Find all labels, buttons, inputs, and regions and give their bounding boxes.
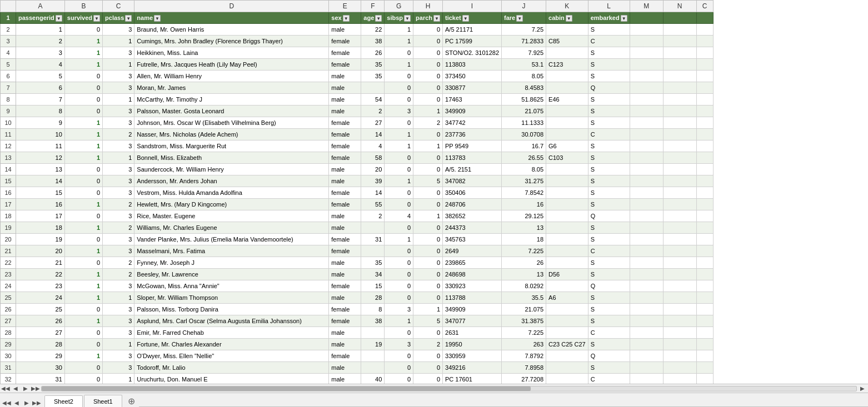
- cell-fare[interactable]: 8.0292: [502, 280, 546, 292]
- cell-pclass[interactable]: 3: [103, 234, 134, 245]
- table-row[interactable]: 9803Palsson, Master. Gosta Leonardmale23…: [1, 105, 714, 117]
- cell-cabin[interactable]: [546, 327, 588, 339]
- cell-name[interactable]: Nasser, Mrs. Nicholas (Adele Achem): [134, 129, 329, 140]
- table-row[interactable]: 302913O'Dwyer, Miss. Ellen "Nellie"femal…: [1, 350, 714, 362]
- cell-pclass[interactable]: 3: [103, 362, 134, 374]
- cell-parch[interactable]: 0: [413, 269, 443, 280]
- cell-fare[interactable]: 26: [502, 257, 546, 269]
- cell-survived[interactable]: 1: [64, 280, 102, 292]
- cell-embarked[interactable]: Q: [588, 280, 630, 292]
- cell-survived[interactable]: 1: [64, 47, 102, 59]
- cell-ticket[interactable]: 17463: [443, 94, 502, 105]
- cell-name[interactable]: O'Dwyer, Miss. Ellen "Nellie": [134, 350, 329, 362]
- cell-parch[interactable]: 1: [413, 304, 443, 315]
- cell-pclass[interactable]: 1: [103, 94, 134, 105]
- cell-sibsp[interactable]: 0: [385, 199, 413, 210]
- scroll-left-start[interactable]: ◀◀: [1, 384, 10, 393]
- cell-parch[interactable]: 2: [413, 117, 443, 129]
- cell-pclass[interactable]: 3: [103, 187, 134, 199]
- cell-fare[interactable]: 53.1: [502, 59, 546, 71]
- cell-age[interactable]: 35: [361, 71, 385, 82]
- cell-survived[interactable]: 1: [64, 140, 102, 152]
- cell-survived[interactable]: 1: [64, 36, 102, 47]
- cell-passengerid[interactable]: 20: [16, 245, 65, 257]
- cell-passengerid[interactable]: 15: [16, 187, 65, 199]
- cell-cabin[interactable]: [546, 199, 588, 210]
- cell-parch[interactable]: 5: [413, 315, 443, 327]
- cell-name[interactable]: McGowan, Miss. Anna "Annie": [134, 280, 329, 292]
- header-passengerid[interactable]: passengerid▼: [16, 12, 65, 24]
- cell-sibsp[interactable]: 3: [385, 339, 413, 350]
- table-row[interactable]: 131211Bonnell, Miss. Elizabethfemale5800…: [1, 152, 714, 164]
- tab-nav-left[interactable]: ◀: [12, 398, 21, 407]
- cell-name[interactable]: Heikkinen, Miss. Laina: [134, 47, 329, 59]
- cell-embarked[interactable]: S: [588, 315, 630, 327]
- col-D[interactable]: D: [134, 1, 329, 12]
- table-row[interactable]: 222102Fynney, Mr. Joseph Jmale3500239865…: [1, 257, 714, 269]
- cell-age[interactable]: 4: [361, 140, 385, 152]
- table-row[interactable]: 151403Andersson, Mr. Anders Johanmale391…: [1, 175, 714, 187]
- tab-nav-right[interactable]: ▶: [22, 398, 31, 407]
- cell-name[interactable]: Rice, Master. Eugene: [134, 210, 329, 222]
- cell-parch[interactable]: 0: [413, 245, 443, 257]
- cell-cabin[interactable]: A6: [546, 292, 588, 304]
- cell-embarked[interactable]: S: [588, 269, 630, 280]
- cell-cabin[interactable]: C85: [546, 36, 588, 47]
- cell-cabin[interactable]: [546, 304, 588, 315]
- cell-pclass[interactable]: 1: [103, 339, 134, 350]
- cell-ticket[interactable]: STON/O2. 3101282: [443, 47, 502, 59]
- cell-pclass[interactable]: 3: [103, 71, 134, 82]
- cell-passengerid[interactable]: 3: [16, 47, 65, 59]
- cell-fare[interactable]: 263: [502, 339, 546, 350]
- cell-passengerid[interactable]: 1: [16, 24, 65, 36]
- cell-age[interactable]: 55: [361, 199, 385, 210]
- cell-name[interactable]: Beesley, Mr. Lawrence: [134, 269, 329, 280]
- cell-parch[interactable]: 0: [413, 280, 443, 292]
- cell-embarked[interactable]: S: [588, 71, 630, 82]
- header-embarked[interactable]: embarked▼: [588, 12, 630, 24]
- cell-pclass[interactable]: 3: [103, 82, 134, 94]
- table-row[interactable]: 111012Nasser, Mrs. Nicholas (Adele Achem…: [1, 129, 714, 140]
- cell-sex[interactable]: female: [329, 36, 361, 47]
- cell-parch[interactable]: 0: [413, 350, 443, 362]
- cell-parch[interactable]: 0: [413, 362, 443, 374]
- cell-name[interactable]: Sandstrom, Miss. Marguerite Rut: [134, 140, 329, 152]
- cell-parch[interactable]: 0: [413, 24, 443, 36]
- cell-parch[interactable]: 0: [413, 199, 443, 210]
- cell-passengerid[interactable]: 19: [16, 234, 65, 245]
- cell-cabin[interactable]: [546, 210, 588, 222]
- table-row[interactable]: 10913Johnson, Mrs. Oscar W (Elisabeth Vi…: [1, 117, 714, 129]
- cell-sibsp[interactable]: 0: [385, 280, 413, 292]
- cell-name[interactable]: Cumings, Mrs. John Bradley (Florence Bri…: [134, 36, 329, 47]
- cell-parch[interactable]: 0: [413, 327, 443, 339]
- cell-sex[interactable]: female: [329, 59, 361, 71]
- cell-passengerid[interactable]: 26: [16, 315, 65, 327]
- cell-fare[interactable]: 31.3875: [502, 315, 546, 327]
- table-row[interactable]: 313003Todoroff, Mr. Laliomale003492167.8…: [1, 362, 714, 374]
- cell-passengerid[interactable]: 12: [16, 152, 65, 164]
- cell-pclass[interactable]: 3: [103, 24, 134, 36]
- cell-age[interactable]: 39: [361, 175, 385, 187]
- cell-pclass[interactable]: 1: [103, 59, 134, 71]
- cell-fare[interactable]: 7.25: [502, 24, 546, 36]
- cell-sex[interactable]: female: [329, 117, 361, 129]
- cell-parch[interactable]: 0: [413, 71, 443, 82]
- cell-name[interactable]: Sloper, Mr. William Thompson: [134, 292, 329, 304]
- cell-fare[interactable]: 7.8958: [502, 362, 546, 374]
- cell-fare[interactable]: 51.8625: [502, 94, 546, 105]
- cell-name[interactable]: McCarthy, Mr. Timothy J: [134, 94, 329, 105]
- tab-sheet2[interactable]: Sheet2: [44, 395, 83, 407]
- table-row[interactable]: 242313McGowan, Miss. Anna "Annie"female1…: [1, 280, 714, 292]
- scroll-right-end[interactable]: ▶▶: [31, 384, 40, 393]
- cell-ticket[interactable]: 19950: [443, 339, 502, 350]
- cell-age[interactable]: 54: [361, 94, 385, 105]
- table-row[interactable]: 323101Uruchurtu, Don. Manuel Emale4000PC…: [1, 374, 714, 384]
- header-sibsp[interactable]: sibsp▼: [385, 12, 413, 24]
- cell-age[interactable]: 58: [361, 152, 385, 164]
- cell-passengerid[interactable]: 31: [16, 374, 65, 384]
- cell-sex[interactable]: female: [329, 234, 361, 245]
- cell-pclass[interactable]: 3: [103, 47, 134, 59]
- cell-embarked[interactable]: S: [588, 47, 630, 59]
- cell-pclass[interactable]: 3: [103, 327, 134, 339]
- cell-ticket[interactable]: 349216: [443, 362, 502, 374]
